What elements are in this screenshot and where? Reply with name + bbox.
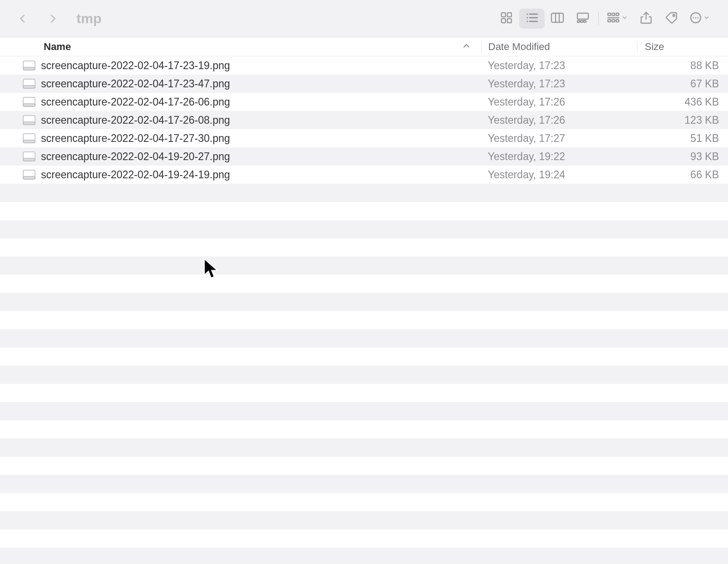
empty-row (0, 438, 728, 457)
file-row[interactable]: screencapture-2022-02-04-19-20-27.pngYes… (0, 147, 728, 166)
file-size: 67 KB (637, 78, 728, 90)
forward-button[interactable] (46, 12, 59, 25)
file-name: screencapture-2022-02-04-17-27-30.png (41, 132, 230, 145)
svg-rect-0 (501, 13, 506, 17)
cell-name: screencapture-2022-02-04-17-23-47.png (0, 78, 481, 90)
toolbar-separator (598, 12, 599, 25)
cell-name: screencapture-2022-02-04-17-27-30.png (0, 132, 481, 145)
column-header-name-label: Name (44, 41, 71, 53)
empty-row (0, 329, 728, 347)
svg-rect-1 (507, 13, 511, 17)
folder-title: tmp (76, 11, 101, 26)
empty-row (0, 420, 728, 438)
file-name: screencapture-2022-02-04-19-20-27.png (41, 151, 230, 163)
svg-point-27 (693, 17, 694, 18)
cell-name: screencapture-2022-02-04-17-26-08.png (0, 114, 481, 126)
file-row[interactable]: screencapture-2022-02-04-17-26-08.pngYes… (0, 111, 728, 129)
share-button[interactable] (633, 9, 659, 29)
image-file-icon (23, 151, 35, 161)
svg-rect-14 (577, 20, 580, 22)
cell-name: screencapture-2022-02-04-17-26-06.png (0, 96, 481, 108)
svg-rect-23 (616, 20, 619, 22)
empty-row (0, 457, 728, 475)
column-header-date[interactable]: Date Modified (481, 41, 637, 53)
image-file-icon (23, 60, 35, 70)
empty-row (0, 366, 728, 384)
empty-row (0, 548, 728, 564)
file-list[interactable]: screencapture-2022-02-04-17-23-19.pngYes… (0, 56, 728, 564)
image-file-icon (23, 170, 35, 180)
svg-rect-33 (23, 86, 35, 88)
file-name: screencapture-2022-02-04-19-24-19.png (41, 169, 230, 181)
file-date: Yesterday, 17:27 (481, 132, 637, 145)
empty-row (0, 384, 728, 402)
svg-rect-37 (23, 122, 35, 125)
action-group (602, 9, 715, 29)
file-date: Yesterday, 17:26 (481, 96, 637, 108)
svg-rect-22 (612, 20, 615, 22)
svg-rect-16 (584, 20, 586, 22)
columns-icon (551, 12, 564, 25)
file-row[interactable]: screencapture-2022-02-04-17-26-06.pngYes… (0, 93, 728, 111)
view-switcher (494, 9, 596, 29)
svg-rect-10 (551, 13, 563, 22)
share-icon (640, 11, 652, 26)
image-file-icon (23, 115, 35, 125)
view-gallery-button[interactable] (570, 9, 596, 29)
file-size: 123 KB (637, 114, 728, 126)
tag-icon (665, 11, 678, 26)
tags-button[interactable] (659, 9, 684, 29)
file-size: 88 KB (637, 60, 728, 72)
empty-row (0, 311, 728, 329)
empty-row (0, 475, 728, 493)
more-icon (690, 12, 702, 25)
svg-point-4 (526, 13, 528, 15)
svg-point-8 (526, 20, 528, 22)
svg-rect-2 (501, 19, 506, 23)
empty-row (0, 529, 728, 548)
empty-row (0, 347, 728, 366)
file-name: screencapture-2022-02-04-17-23-47.png (41, 78, 230, 90)
group-icon (607, 12, 620, 25)
toolbar: tmp (0, 0, 728, 37)
svg-rect-19 (616, 13, 619, 15)
file-row[interactable]: screencapture-2022-02-04-17-27-30.pngYes… (0, 129, 728, 147)
svg-rect-41 (23, 158, 35, 161)
column-header-size[interactable]: Size (637, 41, 728, 53)
file-date: Yesterday, 17:23 (481, 60, 637, 72)
file-row[interactable]: screencapture-2022-02-04-17-23-47.pngYes… (0, 75, 728, 93)
svg-point-28 (695, 17, 697, 18)
cell-name: screencapture-2022-02-04-17-23-19.png (0, 60, 481, 72)
svg-rect-21 (608, 20, 611, 22)
file-name: screencapture-2022-02-04-17-23-19.png (41, 60, 230, 72)
cell-name: screencapture-2022-02-04-19-20-27.png (0, 151, 481, 163)
svg-point-29 (698, 17, 699, 18)
empty-row (0, 293, 728, 311)
file-name: screencapture-2022-02-04-17-26-06.png (41, 96, 230, 108)
group-by-button[interactable] (602, 9, 633, 29)
file-row[interactable]: screencapture-2022-02-04-19-24-19.pngYes… (0, 166, 728, 184)
file-size: 436 KB (637, 96, 728, 108)
svg-rect-13 (577, 13, 588, 19)
svg-rect-35 (23, 104, 35, 106)
image-file-icon (23, 97, 35, 107)
empty-row (0, 184, 728, 202)
view-icons-button[interactable] (494, 9, 519, 29)
column-header-size-label: Size (645, 41, 664, 52)
gallery-icon (576, 12, 590, 25)
column-header-name[interactable]: Name (0, 41, 481, 53)
more-actions-button[interactable] (684, 9, 715, 29)
svg-rect-43 (23, 176, 35, 179)
empty-row (0, 511, 728, 529)
grid-icon (500, 11, 513, 26)
view-list-button[interactable] (519, 9, 545, 29)
empty-row (0, 493, 728, 511)
back-button[interactable] (16, 12, 29, 25)
file-row[interactable]: screencapture-2022-02-04-17-23-19.pngYes… (0, 56, 728, 75)
image-file-icon (23, 79, 35, 89)
view-columns-button[interactable] (545, 9, 570, 29)
empty-row (0, 220, 728, 238)
svg-rect-31 (23, 67, 35, 70)
empty-row (0, 257, 728, 275)
cell-name: screencapture-2022-02-04-19-24-19.png (0, 169, 481, 181)
